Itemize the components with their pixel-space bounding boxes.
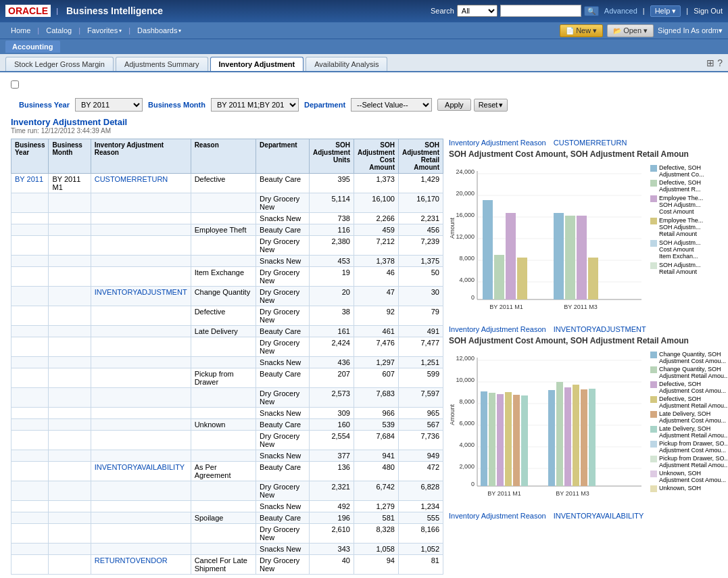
cell-reason-main[interactable] <box>91 388 191 408</box>
accounting-tab[interactable]: Accounting <box>5 41 60 53</box>
apply-button[interactable]: Apply <box>437 99 471 111</box>
cell-year[interactable] <box>11 419 49 431</box>
cell-reason-main[interactable]: INVENTORYADJUSTMENT <box>91 287 191 306</box>
cell-year[interactable] <box>11 193 49 213</box>
cell-year[interactable] <box>11 544 49 555</box>
cell-year[interactable] <box>11 287 49 306</box>
cell-month <box>49 419 91 431</box>
nav-right-area: 📄 New ▾ 📂 Open ▾ Signed In As ordm▾ <box>560 24 723 37</box>
cell-reason-main[interactable] <box>91 419 191 431</box>
business-month-select[interactable]: BY 2011 M1;BY 2011 <box>211 98 299 112</box>
cell-year[interactable] <box>11 236 49 256</box>
cell-dept: Dry Grocery New <box>256 337 310 357</box>
help-button[interactable]: Help ▾ <box>650 5 681 17</box>
cell-reason-main[interactable] <box>91 408 191 419</box>
tab-inventory-adjustment[interactable]: Inventory Adjustment <box>210 57 304 71</box>
svg-rect-50 <box>564 387 571 486</box>
cell-reason-main[interactable] <box>91 357 191 368</box>
navbar: Home | Catalog | Favorites ▾ | Dashboard… <box>0 22 728 39</box>
tab-availability-analysis[interactable]: Availability Analysis <box>306 57 387 71</box>
cell-month <box>49 267 91 287</box>
cell-cost: 1,378 <box>354 256 398 267</box>
cell-dept: Dry Grocery New <box>256 388 310 408</box>
department-select[interactable]: --Select Value-- <box>351 98 432 112</box>
open-button[interactable]: 📂 Open ▾ <box>607 24 654 37</box>
cell-year[interactable] <box>11 555 49 575</box>
grid-icon[interactable]: ⊞ <box>706 57 714 68</box>
cell-reason-main[interactable] <box>91 431 191 450</box>
cell-year[interactable] <box>11 326 49 337</box>
cell-month: BY 2011 M1 <box>49 174 91 193</box>
cell-reason-main[interactable]: RETURNTOVENDOR <box>91 555 191 575</box>
cell-cost: 46 <box>354 267 398 287</box>
svg-text:BY 2011 M3: BY 2011 M3 <box>556 490 589 497</box>
cell-reason-main[interactable] <box>91 337 191 357</box>
nav-dashboards[interactable]: Dashboards ▾ <box>132 25 187 36</box>
cell-reason-main[interactable] <box>91 450 191 462</box>
business-year-select[interactable]: BY 2011 <box>75 98 143 112</box>
cell-year[interactable] <box>11 431 49 450</box>
cell-units: 20 <box>309 287 354 306</box>
tab-adjustments-summary[interactable]: Adjustments Summary <box>116 57 208 71</box>
cell-units: 2,573 <box>309 388 354 408</box>
cell-year[interactable] <box>11 368 49 388</box>
cell-reason <box>191 213 256 224</box>
cell-reason-main[interactable] <box>91 224 191 236</box>
table-row: RETURNTOVENDORCancel For Late ShipmentDr… <box>11 555 443 575</box>
cell-year[interactable] <box>11 462 49 481</box>
help-circle-icon[interactable]: ? <box>717 57 723 68</box>
cell-reason-main[interactable] <box>91 368 191 388</box>
cell-year[interactable] <box>11 524 49 544</box>
cell-reason-main[interactable] <box>91 306 191 326</box>
svg-rect-16 <box>483 200 493 299</box>
cell-month <box>49 213 91 224</box>
svg-text:8,000: 8,000 <box>459 255 475 262</box>
cell-year[interactable] <box>11 224 49 236</box>
cell-reason-main[interactable] <box>91 267 191 287</box>
cell-units: 19 <box>309 267 354 287</box>
cell-year[interactable] <box>11 501 49 512</box>
new-button[interactable]: 📄 New ▾ <box>560 24 603 37</box>
cell-year[interactable] <box>11 337 49 357</box>
cell-year[interactable] <box>11 408 49 419</box>
cell-year[interactable] <box>11 481 49 501</box>
cell-year[interactable] <box>11 256 49 267</box>
cell-reason-main[interactable] <box>91 193 191 213</box>
advanced-button[interactable]: Advanced <box>604 7 637 15</box>
cell-retail: 1,052 <box>398 544 443 555</box>
cell-year[interactable] <box>11 267 49 287</box>
cell-year[interactable] <box>11 512 49 524</box>
nav-catalog[interactable]: Catalog <box>41 25 77 36</box>
cell-reason-main[interactable]: CUSTOMERRETURN <box>91 174 191 193</box>
cell-year[interactable] <box>11 213 49 224</box>
report-title: Inventory Adjustment Detail <box>11 117 717 127</box>
cell-reason-main[interactable] <box>91 256 191 267</box>
search-input[interactable] <box>500 5 581 17</box>
cell-year[interactable]: BY 2011 <box>11 174 49 193</box>
search-button[interactable]: 🔍 <box>584 6 599 16</box>
cell-dept: Snacks New <box>256 256 310 267</box>
signout-button[interactable]: Sign Out <box>694 7 723 15</box>
cell-year[interactable] <box>11 306 49 326</box>
cell-year[interactable] <box>11 388 49 408</box>
cell-year[interactable] <box>11 450 49 462</box>
cell-reason-main[interactable]: INVENTORYAVAILABILITY <box>91 462 191 481</box>
cell-year[interactable] <box>11 357 49 368</box>
cell-reason-main[interactable] <box>91 236 191 256</box>
reset-button[interactable]: Reset ▾ <box>474 99 508 112</box>
cell-reason-main[interactable] <box>91 501 191 512</box>
cell-reason-main[interactable] <box>91 481 191 501</box>
cell-units: 161 <box>309 326 354 337</box>
search-type-select[interactable]: All <box>457 5 498 17</box>
nav-favorites[interactable]: Favorites ▾ <box>82 25 127 36</box>
cell-reason-main[interactable] <box>91 326 191 337</box>
cell-reason-main[interactable] <box>91 512 191 524</box>
cell-month <box>49 368 91 388</box>
tab-stock-ledger[interactable]: Stock Ledger Gross Margin <box>5 57 114 71</box>
svg-text:8,000: 8,000 <box>459 398 475 405</box>
cell-reason-main[interactable] <box>91 213 191 224</box>
cell-reason-main[interactable] <box>91 524 191 544</box>
collapse-checkbox[interactable] <box>11 80 19 89</box>
cell-reason-main[interactable] <box>91 544 191 555</box>
nav-home[interactable]: Home <box>5 25 36 36</box>
